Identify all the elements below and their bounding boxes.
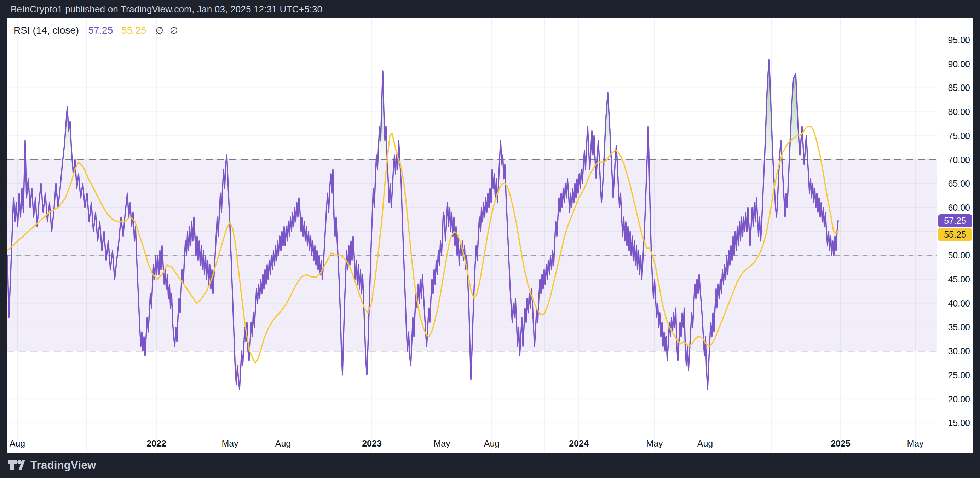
tradingview-logo-icon[interactable] <box>8 459 25 471</box>
y-axis-tick: 20.00 <box>937 394 970 404</box>
y-axis-tick: 30.00 <box>937 346 970 356</box>
indicator-legend: RSI (14, close) 57.25 55.25 ∅ ∅ <box>13 25 178 36</box>
left-frame-strip <box>0 18 7 453</box>
x-axis-label: May <box>907 438 923 449</box>
y-axis-tick: 40.00 <box>937 298 970 308</box>
x-axis-label: May <box>221 438 238 449</box>
y-axis-tick: 15.00 <box>937 418 970 428</box>
tradingview-brand-text[interactable]: TradingView <box>30 459 96 472</box>
x-axis-label: 2024 <box>569 438 589 449</box>
y-axis-tick: 75.00 <box>937 130 970 141</box>
indicator-title: RSI (14, close) <box>13 25 79 36</box>
x-axis-label: May <box>433 438 450 449</box>
y-axis-tick: 45.00 <box>937 274 970 284</box>
tradingview-published-chart: BeInCrypto1 published on TradingView.com… <box>0 0 980 478</box>
x-axis-label: Aug <box>10 438 25 449</box>
rsi-price-badge: 57.25 <box>938 214 972 227</box>
x-axis-label: 2022 <box>146 438 166 449</box>
ma-last-value: 55.25 <box>121 25 146 36</box>
x-axis-label: 2023 <box>362 438 382 449</box>
y-axis-tick: 70.00 <box>937 154 970 165</box>
y-axis-tick: 80.00 <box>937 107 970 117</box>
empty-set-icon: ∅ <box>155 25 164 36</box>
y-axis-tick: 85.00 <box>937 83 970 93</box>
y-axis-tick: 50.00 <box>937 250 970 260</box>
rsi-last-value: 57.25 <box>88 25 113 36</box>
empty-set-icon: ∅ <box>170 25 178 36</box>
y-axis-tick: 35.00 <box>937 322 970 332</box>
y-axis-tick: 60.00 <box>937 202 970 213</box>
x-axis-label: Aug <box>275 438 291 449</box>
ma-price-badge: 55.25 <box>938 228 972 241</box>
right-frame-strip <box>972 18 980 453</box>
y-axis-tick: 65.00 <box>937 179 970 189</box>
x-axis-label: Aug <box>484 438 500 449</box>
y-axis-tick: 95.00 <box>937 35 970 45</box>
x-axis-label: Aug <box>697 438 713 449</box>
y-axis-tick: 25.00 <box>937 370 970 380</box>
x-axis-label: May <box>646 438 663 449</box>
rsi-chart-pane[interactable] <box>0 0 980 478</box>
footer-bar: TradingView <box>0 453 980 478</box>
y-axis-tick: 90.00 <box>937 59 970 69</box>
x-axis-label: 2025 <box>831 438 851 449</box>
